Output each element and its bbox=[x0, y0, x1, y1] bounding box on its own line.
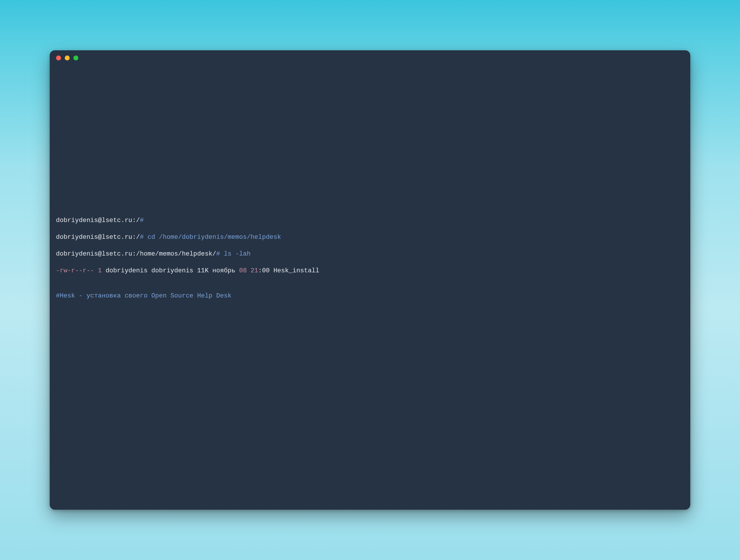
ls-rest: :00 Hesk_install bbox=[258, 267, 319, 274]
terminal-comment-line: #Hesk - установка своего Open Source Hel… bbox=[56, 292, 684, 300]
ls-links: 1 bbox=[98, 267, 102, 274]
terminal-window[interactable]: dobriydenis@lsetc.ru:/# dobriydenis@lset… bbox=[50, 50, 690, 509]
window-close-button[interactable] bbox=[56, 56, 61, 61]
terminal-line: -rw-r--r-- 1 dobriydenis dobriydenis 11K… bbox=[56, 267, 684, 275]
prompt-text: dobriydenis@lsetc.ru:/ bbox=[56, 217, 140, 224]
terminal-line: dobriydenis@lsetc.ru:/home/memos/helpdes… bbox=[56, 250, 684, 258]
window-zoom-button[interactable] bbox=[73, 56, 78, 61]
command-text: # cd /home/dobriydenis/memos/helpdesk bbox=[140, 234, 281, 241]
ls-perm: -rw-r--r-- bbox=[56, 267, 98, 274]
ls-hour: 21 bbox=[251, 267, 258, 274]
terminal-lines: dobriydenis@lsetc.ru:/# dobriydenis@lset… bbox=[56, 208, 684, 316]
prompt-text: dobriydenis@lsetc.ru:/home/memos/helpdes… bbox=[56, 250, 216, 258]
titlebar bbox=[50, 50, 690, 65]
command-text: # ls -lah bbox=[216, 250, 251, 258]
prompt-hash: # bbox=[140, 217, 144, 224]
ls-space bbox=[247, 267, 251, 274]
terminal-line: dobriydenis@lsetc.ru:/# cd /home/dobriyd… bbox=[56, 233, 684, 242]
window-minimize-button[interactable] bbox=[65, 56, 70, 61]
terminal-empty-area bbox=[56, 65, 684, 208]
prompt-text: dobriydenis@lsetc.ru:/ bbox=[56, 234, 140, 241]
terminal-body[interactable]: dobriydenis@lsetc.ru:/# dobriydenis@lset… bbox=[50, 65, 690, 509]
terminal-line: dobriydenis@lsetc.ru:/# bbox=[56, 216, 684, 225]
ls-day: 08 bbox=[239, 267, 247, 274]
ls-owner-size-month: dobriydenis dobriydenis 11K ноябрь bbox=[102, 267, 239, 274]
